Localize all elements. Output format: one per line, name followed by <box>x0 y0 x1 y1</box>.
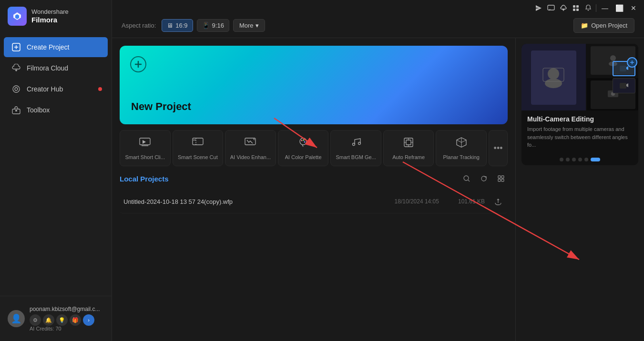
sidebar-item-create-project[interactable]: Create Project <box>4 37 108 57</box>
smart-short-clip-icon <box>139 136 151 151</box>
top-bar: Aspect ratio: 🖥 16:9 📱 9:16 More ▾ 📁 Ope… <box>112 13 644 38</box>
aspect-9-16-label: 9:16 <box>212 22 224 29</box>
sidebar-label-toolbox: Toolbox <box>27 106 50 114</box>
sidebar-item-filmora-cloud[interactable]: Filmora Cloud <box>4 58 108 78</box>
dot-3[interactable] <box>578 158 582 161</box>
search-projects-button[interactable] <box>460 172 473 185</box>
more-label: More <box>239 22 254 29</box>
dot-1[interactable] <box>566 158 570 161</box>
svg-rect-23 <box>501 176 504 178</box>
sidebar-item-toolbox[interactable]: Toolbox <box>4 100 108 120</box>
projects-list: Untitled-2024-10-18 13 57 24(copy).wfp 1… <box>120 190 508 333</box>
svg-point-14 <box>301 140 303 141</box>
tool-smart-short-clip[interactable]: Smart Short Cli... <box>120 130 171 166</box>
app-logo <box>8 7 27 26</box>
sidebar: Wondershare Filmora Create Project Filmo… <box>0 0 112 341</box>
svg-rect-34 <box>620 83 626 89</box>
maximize-button[interactable]: ⬜ <box>613 2 625 14</box>
user-info: poonam.kbizsoft@gmail.c... ⚙ 🔔 💡 🎁 › AI … <box>30 306 104 331</box>
dot-2[interactable] <box>572 158 576 161</box>
message-icon[interactable] <box>546 3 556 13</box>
dot-4[interactable] <box>584 158 588 161</box>
new-project-label: New Project <box>131 100 191 113</box>
refresh-projects-button[interactable] <box>477 172 491 185</box>
tool-label-4: Smart BGM Ge... <box>336 154 376 160</box>
local-projects-title: Local Projects <box>120 175 169 183</box>
content-area: New Project Smart Short Cli... <box>112 38 644 341</box>
ai-video-enhance-icon <box>244 136 256 151</box>
new-project-plus-icon <box>130 56 146 72</box>
creator-hub-icon <box>11 84 21 94</box>
action-icon-2[interactable]: 🔔 <box>43 314 54 326</box>
project-size: 101.61 KB <box>458 198 485 205</box>
action-icon-5[interactable]: › <box>83 314 94 326</box>
new-project-card[interactable]: New Project <box>120 46 508 124</box>
sidebar-label-filmora-cloud: Filmora Cloud <box>27 64 68 72</box>
bell-icon[interactable] <box>583 3 593 13</box>
user-action-icons: ⚙ 🔔 💡 🎁 › <box>30 314 104 326</box>
tool-smart-scene-cut[interactable]: Smart Scene Cut <box>173 130 224 166</box>
grid-view-button[interactable] <box>494 172 508 185</box>
tool-label-1: Smart Scene Cut <box>178 154 218 160</box>
user-area[interactable]: 👤 poonam.kbizsoft@gmail.c... ⚙ 🔔 💡 🎁 › A… <box>4 302 108 335</box>
chevron-down-icon: ▾ <box>256 22 259 29</box>
smart-bgm-gen-icon <box>350 136 362 151</box>
open-project-button[interactable]: 📁 Open Project <box>573 18 634 33</box>
feature-card: Multi-Camera Editing Import footage from… <box>521 44 638 165</box>
sidebar-item-creator-hub[interactable]: Creator Hub <box>4 79 108 99</box>
aspect-ratio-label: Aspect ratio: <box>122 22 156 29</box>
right-panel: Multi-Camera Editing Import footage from… <box>515 38 644 341</box>
project-row[interactable]: Untitled-2024-10-18 13 57 24(copy).wfp 1… <box>120 190 508 213</box>
tool-label-0: Smart Short Cli... <box>125 154 165 160</box>
action-icon-1[interactable]: ⚙ <box>30 314 41 326</box>
svg-rect-9 <box>15 110 17 111</box>
tools-more-button[interactable]: ••• <box>489 130 508 166</box>
aspect-16-9-button[interactable]: 🖥 16:9 <box>162 19 193 32</box>
svg-point-6 <box>13 86 20 92</box>
close-button[interactable]: ✕ <box>628 2 639 14</box>
create-project-icon <box>11 42 21 52</box>
dot-0[interactable] <box>560 158 563 161</box>
tool-label-2: AI Video Enhan... <box>230 154 271 160</box>
ai-color-palette-icon <box>297 136 309 151</box>
svg-rect-24 <box>498 179 501 181</box>
svg-rect-0 <box>548 5 554 10</box>
svg-point-15 <box>303 140 305 141</box>
tool-planar-tracking[interactable]: Planar Tracking <box>436 130 487 166</box>
tool-ai-video-enhance[interactable]: AI Video Enhan... <box>225 130 276 166</box>
brand-name1: Wondershare <box>31 8 69 16</box>
action-icon-4[interactable]: 🎁 <box>70 314 81 326</box>
brand-name2: Filmora <box>31 16 69 24</box>
tool-label-3: AI Color Palette <box>285 154 322 160</box>
user-email: poonam.kbizsoft@gmail.c... <box>30 306 104 312</box>
cloud-upload-icon[interactable] <box>559 3 568 13</box>
feature-title: Multi-Camera Editing <box>527 115 633 123</box>
svg-point-27 <box>545 79 562 88</box>
tool-ai-color-palette[interactable]: AI Color Palette <box>278 130 329 166</box>
grid-icon[interactable] <box>571 3 581 13</box>
open-project-label: Open Project <box>591 22 627 29</box>
dot-5-active[interactable] <box>591 158 600 161</box>
folder-icon: 📁 <box>581 22 588 29</box>
action-icon-3[interactable]: 💡 <box>56 314 68 326</box>
smart-scene-cut-icon <box>192 136 204 151</box>
project-date: 18/10/2024 14:05 <box>395 198 439 205</box>
mobile-icon: 📱 <box>202 22 210 29</box>
svg-rect-20 <box>406 140 411 145</box>
svg-rect-22 <box>498 176 501 178</box>
tool-auto-reframe[interactable]: Auto Reframe <box>383 130 434 166</box>
tool-smart-bgm-gen[interactable]: Smart BGM Ge... <box>330 130 381 166</box>
project-upload-button[interactable] <box>492 196 504 207</box>
svg-rect-1 <box>573 5 575 8</box>
project-name: Untitled-2024-10-18 13 57 24(copy).wfp <box>123 198 395 205</box>
section-actions <box>460 172 508 185</box>
filmora-cloud-icon <box>11 63 21 73</box>
more-button[interactable]: More ▾ <box>233 19 265 32</box>
svg-point-21 <box>464 176 469 181</box>
svg-rect-2 <box>576 5 579 8</box>
svg-rect-25 <box>501 179 504 181</box>
aspect-9-16-button[interactable]: 📱 9:16 <box>197 19 229 32</box>
system-bar: — ⬜ ✕ <box>529 0 644 16</box>
send-icon[interactable] <box>534 3 543 13</box>
minimize-button[interactable]: — <box>599 2 611 14</box>
